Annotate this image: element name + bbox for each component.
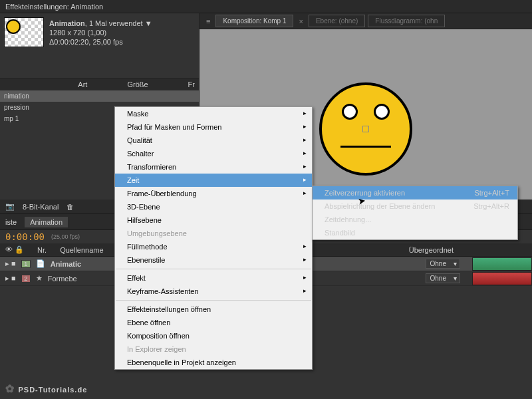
col-parent: Übergeordnet — [409, 246, 454, 254]
eye-left — [342, 104, 358, 120]
menu-komp-oeffnen[interactable]: Komposition öffnen — [115, 329, 312, 342]
menu-umgebung: Umgebungsebene — [115, 227, 312, 240]
submenu-abspielrichtung[interactable]: Abspielrichtung der Ebene ändernStrg+Alt… — [313, 200, 517, 213]
menu-3d-ebene[interactable]: 3D-Ebene — [115, 200, 312, 213]
watermark: ✿ PSD-Tutorials.de — [5, 382, 87, 395]
menu-schalter[interactable]: Schalter — [115, 147, 312, 160]
submenu-standbild[interactable]: Standbild — [313, 226, 517, 239]
menu-ebene-oeffnen[interactable]: Ebene öffnen — [115, 316, 312, 329]
menu-maske[interactable]: Maske — [115, 107, 312, 120]
tab-layer[interactable]: Ebene: (ohne) — [309, 15, 365, 27]
menu-ebenenquelle[interactable]: Ebenenquelle in Projekt anzeigen — [115, 356, 312, 369]
menu-fuellmethode[interactable]: Füllmethode — [115, 240, 312, 253]
menu-pfad[interactable]: Pfad für Masken und Formen — [115, 120, 312, 134]
project-columns: Art Größe Fr — [0, 78, 199, 90]
menu-zeit[interactable]: Zeit — [115, 174, 312, 187]
anchor-point-icon[interactable] — [362, 126, 369, 132]
mouth — [340, 146, 391, 148]
comp-thumbnail[interactable] — [4, 17, 44, 47]
bit-depth[interactable]: 8-Bit-Kanal — [23, 203, 59, 211]
tab-flowchart[interactable]: Flussdiagramm: (ohn — [368, 15, 445, 27]
menu-effekt[interactable]: Effekt — [115, 271, 312, 285]
effect-settings-label: Effekteinstellungen: Animation — [5, 3, 103, 11]
menu-effekteinst-oeffnen[interactable]: Effekteinstellungen öffnen — [115, 303, 312, 316]
submenu-zeitdehnung[interactable]: Zeitdehnung... — [313, 213, 517, 226]
submenu-zeit[interactable]: Zeitverzerrung aktivierenStrg+Alt+T Absp… — [312, 186, 518, 240]
parent-dropdown[interactable]: Ohne — [426, 273, 460, 283]
eye-right — [374, 104, 390, 120]
tab-liste[interactable]: iste — [5, 218, 17, 226]
track-bar[interactable] — [472, 272, 532, 285]
menu-explorer: In Explorer zeigen — [115, 342, 312, 356]
context-menu[interactable]: Maske Pfad für Masken und Formen Qualitä… — [114, 106, 313, 370]
menu-frame-blend[interactable]: Frame-Überblendung — [115, 187, 312, 200]
track-bar[interactable] — [472, 257, 532, 271]
tab-composition[interactable]: Komposition: Komp 1 — [215, 15, 293, 27]
col-fr[interactable]: Fr — [188, 80, 195, 88]
menu-qualitaet[interactable]: Qualität — [115, 134, 312, 147]
parent-dropdown[interactable]: Ohne — [426, 259, 460, 269]
smiley-layer[interactable] — [319, 82, 412, 176]
col-art[interactable]: Art — [78, 80, 87, 88]
menu-keyframe-assist[interactable]: Keyframe-Assistenten — [115, 285, 312, 298]
top-toolbar: Effekteinstellungen: Animation — [0, 0, 532, 13]
menu-hilfsebene[interactable]: Hilfsebene — [115, 213, 312, 227]
timeline-tracks[interactable] — [472, 256, 532, 289]
col-nr: Nr. — [37, 246, 47, 254]
tab-animation[interactable]: Animation — [25, 217, 68, 227]
col-name: Quellenname — [60, 246, 103, 254]
menu-ebenenstile[interactable]: Ebenenstile — [115, 253, 312, 267]
comp-meta: Animation, 1 Mal verwendet ▼ 1280 x 720 … — [49, 19, 152, 47]
timecode[interactable]: 0:00:00 — [5, 231, 45, 242]
menu-transformieren[interactable]: Transformieren — [115, 160, 312, 174]
project-item[interactable]: nimation — [0, 90, 199, 102]
col-size[interactable]: Größe — [127, 80, 148, 88]
submenu-zeitverzerrung[interactable]: Zeitverzerrung aktivierenStrg+Alt+T — [313, 186, 517, 200]
